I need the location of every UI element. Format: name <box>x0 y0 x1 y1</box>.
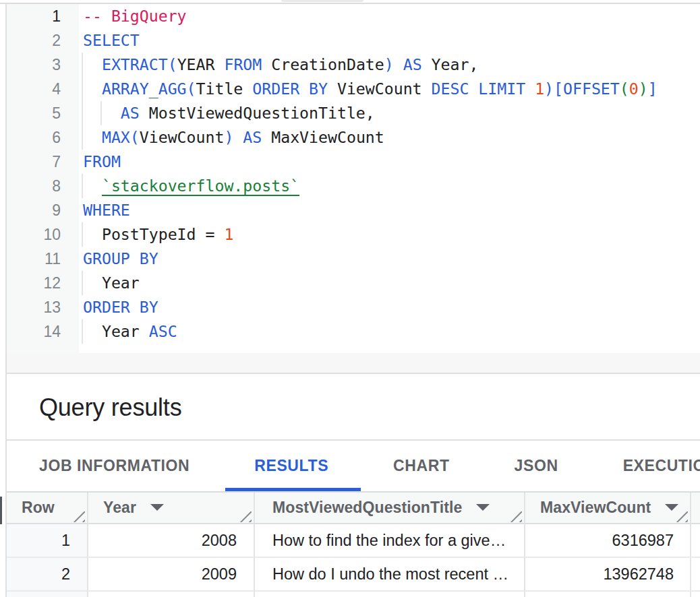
line-number: 13 <box>7 295 61 319</box>
results-table: RowYearMostViewedQuestionTitleMaxViewCou… <box>7 493 700 597</box>
active-tab-indicator <box>225 488 361 491</box>
cell-MaxViewCount[interactable] <box>525 592 691 597</box>
line-numbers: 1234567891011121314 <box>7 4 61 344</box>
cell-Row[interactable] <box>7 592 88 597</box>
sql-token-plain: ViewCount <box>140 128 225 146</box>
cell-value: 2009 <box>88 565 254 584</box>
column-header-Year[interactable]: Year <box>88 493 255 524</box>
sql-token-bracket1: ) <box>384 55 394 73</box>
sql-token-plain <box>83 177 102 195</box>
cell-Row[interactable]: 1 <box>7 524 88 558</box>
sql-token-plain <box>83 80 102 98</box>
indent-guide <box>82 125 83 150</box>
code-line[interactable]: WHERE <box>83 198 658 222</box>
cell-value: 2 <box>7 565 87 584</box>
sql-token-plain: PostTypeId = <box>83 225 224 243</box>
indent-guide <box>82 77 83 101</box>
sql-token-plain: Title <box>196 80 253 98</box>
sql-token-keyword: AS <box>403 55 422 73</box>
cell-MaxViewCount[interactable]: 13962748 <box>525 558 691 592</box>
sql-token-bracket1: ( <box>187 80 196 98</box>
column-resize-grip[interactable] <box>511 511 522 522</box>
cell-Year[interactable]: 2008 <box>88 524 255 558</box>
code-line[interactable]: ORDER BY <box>83 295 658 319</box>
sql-token-bracket2: ) <box>639 80 648 98</box>
sql-token-keyword: ARRAY_AGG <box>102 80 187 98</box>
tab-execution-details[interactable]: EXECUTION DETAILS <box>591 457 700 475</box>
cell-MostViewedQuestionTitle[interactable]: How do I undo the most recent … <box>255 558 525 592</box>
column-resize-grip[interactable] <box>74 511 85 522</box>
sql-code[interactable]: -- BigQuerySELECT EXTRACT(YEAR FROM Crea… <box>83 4 658 344</box>
sql-token-plain: MostViewedQuestionTitle, <box>140 104 375 122</box>
code-line[interactable]: GROUP BY <box>83 247 658 271</box>
code-line[interactable]: EXTRACT(YEAR FROM CreationDate) AS Year, <box>83 53 658 77</box>
column-resize-grip[interactable] <box>240 511 252 522</box>
code-line[interactable]: `stackoverflow.posts` <box>83 174 658 198</box>
line-number: 12 <box>7 271 61 295</box>
cell-MostViewedQuestionTitle[interactable]: How to find the index for a give… <box>255 524 525 558</box>
cell-value: How do I undo the most recent … <box>255 565 524 584</box>
tab-chart[interactable]: CHART <box>361 457 482 475</box>
code-line[interactable]: ARRAY_AGG(Title ORDER BY ViewCount DESC … <box>83 77 658 101</box>
code-line[interactable]: -- BigQuery <box>83 4 658 28</box>
line-number: 2 <box>7 28 61 53</box>
cell-extra[interactable] <box>691 558 700 592</box>
code-line[interactable]: FROM <box>83 150 658 174</box>
cell-MaxViewCount[interactable]: 6316987 <box>525 524 691 558</box>
line-number: 7 <box>7 150 61 174</box>
line-number: 9 <box>7 198 61 222</box>
sql-token-keyword: GROUP BY <box>83 249 158 268</box>
column-header-label: Row <box>7 499 55 517</box>
code-line[interactable]: SELECT <box>83 28 658 53</box>
sort-arrow-icon[interactable] <box>150 504 164 511</box>
table-row <box>7 592 700 597</box>
column-header-MaxViewCount[interactable]: MaxViewCount <box>525 493 691 524</box>
code-line[interactable]: MAX(ViewCount) AS MaxViewCount <box>83 125 658 150</box>
cell-MostViewedQuestionTitle[interactable] <box>255 592 525 597</box>
tab-job-information[interactable]: JOB INFORMATION <box>7 457 222 475</box>
bigquery-workspace: 1234567891011121314 -- BigQuerySELECT EX… <box>0 0 700 597</box>
sql-token-plain: YEAR <box>177 55 225 73</box>
results-tabbar: JOB INFORMATIONRESULTSCHARTJSONEXECUTION… <box>7 441 700 491</box>
line-number: 14 <box>7 319 61 344</box>
code-line[interactable]: Year <box>83 271 658 295</box>
line-number: 6 <box>7 125 61 150</box>
query-results-title: Query results <box>39 396 181 420</box>
sql-token-keyword: ORDER BY <box>83 298 158 316</box>
cell-value: 2008 <box>88 532 254 550</box>
sort-arrow-icon[interactable] <box>665 504 678 511</box>
code-line[interactable]: AS MostViewedQuestionTitle, <box>83 101 658 125</box>
sql-token-keyword: SELECT <box>83 31 140 49</box>
sql-token-plain <box>83 55 102 73</box>
column-resize-grip[interactable] <box>676 511 688 522</box>
indent-guide <box>82 222 83 247</box>
line-number: 8 <box>7 174 61 198</box>
sql-token-keyword: FROM <box>83 152 121 170</box>
sql-token-plain: Year, <box>422 55 479 73</box>
cell-value: 6316987 <box>525 532 690 550</box>
cell-Year[interactable]: 2009 <box>88 558 255 592</box>
cell-Year[interactable] <box>88 592 255 597</box>
editor-gutter: 1234567891011121314 <box>7 4 79 353</box>
indent-guide <box>82 101 83 125</box>
cell-extra[interactable] <box>691 592 700 597</box>
tab-results[interactable]: RESULTS <box>222 457 361 475</box>
column-header-label: MostViewedQuestionTitle <box>255 499 462 517</box>
cell-extra[interactable] <box>691 524 700 558</box>
tab-json[interactable]: JSON <box>482 457 591 475</box>
column-header-MostViewedQuestionTitle[interactable]: MostViewedQuestionTitle <box>255 493 525 524</box>
column-header-Row[interactable]: Row <box>7 493 88 524</box>
sql-token-plain <box>525 80 535 98</box>
cell-Row[interactable]: 2 <box>7 558 88 592</box>
sql-token-number: 0 <box>629 80 639 98</box>
sql-token-plain: Year <box>83 274 140 292</box>
sort-arrow-icon[interactable] <box>476 504 490 511</box>
left-scrollbar-thumb[interactable] <box>0 497 2 524</box>
editor-results-splitter[interactable] <box>7 353 700 373</box>
sql-token-keyword: OFFSET <box>563 80 620 98</box>
code-line[interactable]: Year ASC <box>83 319 658 344</box>
column-header-label: MaxViewCount <box>525 499 651 517</box>
sql-editor[interactable]: 1234567891011121314 -- BigQuerySELECT EX… <box>7 4 700 353</box>
code-line[interactable]: PostTypeId = 1 <box>83 222 658 247</box>
sql-token-number: 1 <box>224 225 233 243</box>
